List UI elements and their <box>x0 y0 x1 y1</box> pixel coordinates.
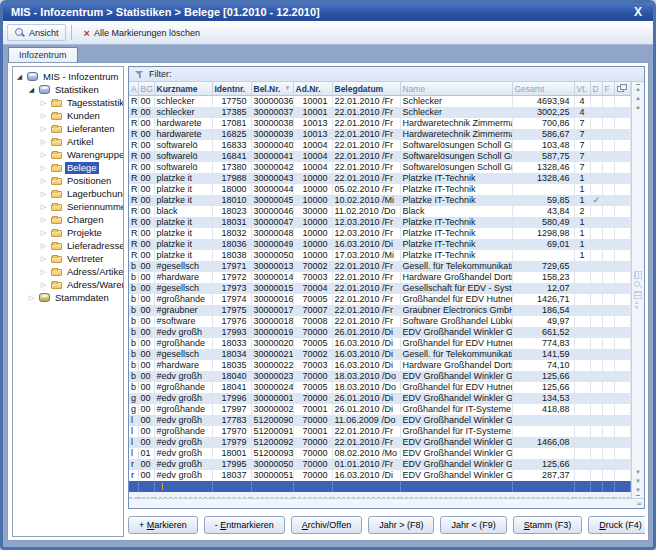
table-row[interactable]: g00#großhande17997300000027000126.01.201… <box>129 404 631 415</box>
column-header-adnr[interactable]: Ad.Nr. <box>293 82 332 96</box>
scroll-down-icon[interactable]: ▾ <box>636 477 640 486</box>
table-row[interactable]: b00#graubner17975300000177000722.01.2010… <box>129 305 631 316</box>
table-row[interactable]: R00platzke it18038300000501000017.03.201… <box>129 250 631 261</box>
scroll-next-page-icon[interactable]: ▾ <box>636 468 640 477</box>
sort-icon[interactable] <box>634 301 642 309</box>
tree-item-lieferadressen[interactable]: ▷ Lieferadressen <box>13 239 123 252</box>
twisty-icon[interactable]: ▷ <box>39 254 48 263</box>
twisty-icon[interactable]: ▷ <box>39 202 48 211</box>
twisty-icon[interactable]: ▷ <box>39 228 48 237</box>
twisty-icon[interactable]: ▷ <box>39 280 48 289</box>
table-row[interactable]: b00#software17976300000187000822.01.2010… <box>129 316 631 327</box>
table-row[interactable]: R00softwarelö17380300000421000422.01.201… <box>129 162 631 173</box>
tree-item-kunden[interactable]: ▷ Kunden <box>13 109 123 122</box>
scroll-first-icon[interactable]: ▴ <box>636 84 640 94</box>
twisty-icon[interactable]: ▷ <box>39 189 48 198</box>
selected-row[interactable] <box>129 481 631 492</box>
tree-item-mis-infozentrum[interactable]: ◢ MIS - Infozentrum <box>13 70 123 83</box>
column-header-name[interactable]: Name <box>400 82 512 96</box>
twisty-icon[interactable]: ▷ <box>39 267 48 276</box>
tree-item-adress-artikel[interactable]: ▷ Adress/Artikel <box>13 265 123 278</box>
scroll-prev-page-icon[interactable]: ▴ <box>636 103 640 112</box>
table-row[interactable]: R00black18023300000463000011.02.2010 /Do… <box>129 206 631 217</box>
table-row[interactable]: b00#edv großh18040300000237000018.03.201… <box>129 371 631 382</box>
column-header-d[interactable]: D <box>590 82 602 96</box>
table-row[interactable]: l00#edv großh17783512000907000011.06.200… <box>129 415 631 426</box>
table-row[interactable]: b00#hardware18035300000227000316.03.2010… <box>129 360 631 371</box>
archiv-offen-button[interactable]: Archiv/Offen <box>291 516 362 534</box>
ansicht-button[interactable]: Ansicht <box>7 24 66 41</box>
twisty-icon[interactable]: ▷ <box>27 293 36 302</box>
twisty-icon[interactable]: ▷ <box>39 176 48 185</box>
twisty-icon[interactable]: ▷ <box>39 98 48 107</box>
jahr-prev-button[interactable]: Jahr < (F9) <box>440 516 506 534</box>
column-header-belnr[interactable]: Bel.Nr.▼ <box>251 82 293 96</box>
table-row[interactable]: l01#edv großh18001512000937000008.02.201… <box>129 448 631 459</box>
column-header-a[interactable]: A <box>129 82 138 96</box>
tree-item-vertreter[interactable]: ▷ Vertreter <box>13 252 123 265</box>
table-row[interactable]: b00#edv großh17993300000197000026.01.201… <box>129 327 631 338</box>
twisty-icon[interactable]: ▷ <box>39 137 48 146</box>
druck-button[interactable]: Druck (F4) <box>588 516 645 534</box>
twisty-icon[interactable]: ◢ <box>27 85 36 94</box>
tree-item-stammdaten[interactable]: ▷ Stammdaten <box>13 291 123 304</box>
scroll-up-icon[interactable]: ▴ <box>636 94 640 103</box>
table-row[interactable]: b00#großhande18033300000207000516.03.201… <box>129 338 631 349</box>
tab-infozentrum[interactable]: Infozentrum <box>8 47 78 62</box>
tree-item-projekte[interactable]: ▷ Projekte <box>13 226 123 239</box>
grid-navigator-scrollbar[interactable]: ▴ ▴ ▴ ▾ ▾ ▾ <box>631 82 644 498</box>
table-row[interactable]: R00platzke it17988300000431000022.01.201… <box>129 173 631 184</box>
column-header-identnr[interactable]: Identnr. <box>212 82 251 96</box>
jahr-next-button[interactable]: Jahr > (F8) <box>368 516 434 534</box>
table-row[interactable]: R00platzke it18000300000441000005.02.201… <box>129 184 631 195</box>
table-row[interactable]: b00#gesellsch17971300000137000222.01.201… <box>129 261 631 272</box>
twisty-icon[interactable]: ▷ <box>39 150 48 159</box>
table-row[interactable]: R00platzke it18031300000471000012.03.201… <box>129 217 631 228</box>
tree-item-lagerbuchungen[interactable]: ▷ Lagerbuchungen <box>13 187 123 200</box>
table-row[interactable]: g00#edv großh17996300000017000026.01.201… <box>129 393 631 404</box>
twisty-icon[interactable]: ▷ <box>39 111 48 120</box>
table-row[interactable]: r00#edv großh17995300000507000001.01.201… <box>129 459 631 470</box>
grid-corner-button[interactable] <box>614 82 631 96</box>
column-header-kurzname[interactable]: Kurzname <box>154 82 212 96</box>
table-row[interactable]: R00platzke it18010300000451000010.02.201… <box>129 195 631 206</box>
search-icon[interactable] <box>634 281 642 289</box>
table-row[interactable]: b00#gesellsch18034300000217000216.03.201… <box>129 349 631 360</box>
column-header-gesamt[interactable]: Gesamt <box>512 82 574 96</box>
clear-marks-button[interactable]: × Alle Markierungen löschen <box>77 25 208 41</box>
column-header-bg[interactable]: BG <box>138 82 154 96</box>
close-button[interactable]: X <box>631 5 645 19</box>
twisty-icon[interactable]: ◢ <box>15 72 24 81</box>
tree-item-statistiken[interactable]: ◢ Statistiken <box>13 83 123 96</box>
horizontal-scrollbar[interactable]: ≍ <box>129 498 644 508</box>
tree-item-tagesstatistik[interactable]: ▷ Tagesstatistik <box>13 96 123 109</box>
twisty-icon[interactable]: ▷ <box>39 163 48 172</box>
table-row[interactable]: R00hardwarete16825300000391001322.01.201… <box>129 129 631 140</box>
table-row[interactable]: b00#großhande18041300000247000518.03.201… <box>129 382 631 393</box>
entmarkieren-button[interactable]: - Entmarkieren <box>204 516 285 534</box>
filter-row[interactable]: Filter: <box>129 67 644 82</box>
fit-width-icon[interactable]: ≍ <box>636 500 642 508</box>
table-row[interactable]: b00#großhande17974300000167000522.01.201… <box>129 294 631 305</box>
column-header-vt[interactable]: Vt. <box>574 82 590 96</box>
table-row[interactable]: R00schlecker17750300000361000122.01.2010… <box>129 96 631 108</box>
table-row[interactable]: R00platzke it18036300000491000016.03.201… <box>129 239 631 250</box>
table-row[interactable]: l00#edv großh17979512000927000022.01.201… <box>129 437 631 448</box>
table-row[interactable]: r00#edv großh18037300000517000016.03.201… <box>129 470 631 481</box>
table-row[interactable]: R00schlecker17385300000371000122.01.2010… <box>129 107 631 118</box>
tree-item-lieferanten[interactable]: ▷ Lieferanten <box>13 122 123 135</box>
markieren-button[interactable]: + Markieren <box>128 516 198 534</box>
table-row[interactable]: R00platzke it18032300000481000012.03.201… <box>129 228 631 239</box>
tree-item-positionen[interactable]: ▷ Positionen <box>13 174 123 187</box>
tree-item-adress-warengruppen[interactable]: ▷ Adress/Warengruppen <box>13 278 123 291</box>
table-row[interactable]: R00softwarelö16841300000411000422.01.201… <box>129 151 631 162</box>
column-header-f[interactable]: F <box>602 82 614 96</box>
tree-item-seriennummern[interactable]: ▷ Seriennummern <box>13 200 123 213</box>
twisty-icon[interactable]: ▷ <box>39 215 48 224</box>
stamm-button[interactable]: Stamm (F3) <box>513 516 583 534</box>
scroll-last-icon[interactable]: ▾ <box>636 486 640 496</box>
tree-item-belege[interactable]: ▷ Belege <box>13 161 123 174</box>
table-row[interactable]: R00hardwarete17081300000381001322.01.201… <box>129 118 631 129</box>
table-row[interactable]: b00#gesellsch17973300000157000422.01.201… <box>129 283 631 294</box>
columns-icon[interactable] <box>634 271 642 279</box>
